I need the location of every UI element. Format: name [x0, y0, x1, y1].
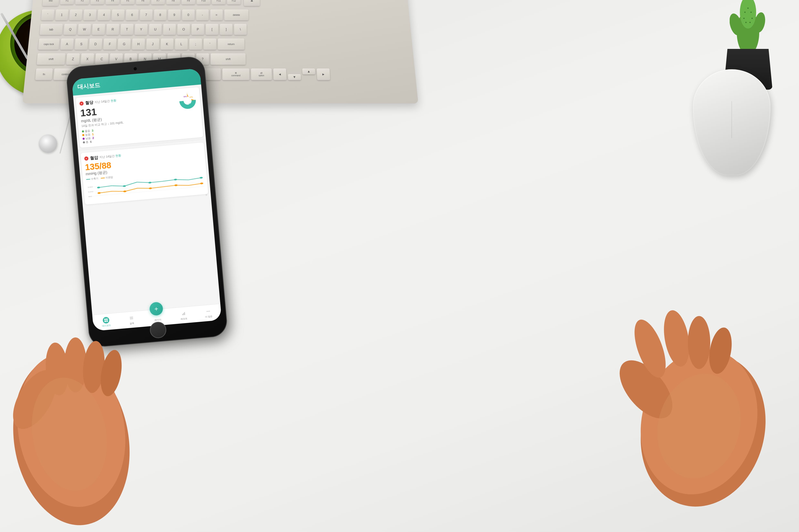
key-5[interactable]: 5	[112, 10, 125, 20]
key-k[interactable]: K	[161, 39, 174, 50]
key-r[interactable]: R	[106, 24, 119, 35]
key-g[interactable]: G	[117, 39, 131, 50]
key-s[interactable]: S	[74, 39, 88, 50]
dashboard-icon	[103, 317, 110, 324]
key-shift-left[interactable]: shift	[37, 53, 66, 65]
key-4[interactable]: 4	[97, 10, 110, 20]
key-f6[interactable]: F6	[136, 0, 150, 4]
key-f3[interactable]: F3	[90, 0, 105, 4]
key-backslash[interactable]: \	[234, 24, 247, 35]
svg-line-21	[88, 186, 204, 197]
bp-period: 지난 14일간	[99, 154, 115, 159]
key-a[interactable]: A	[60, 39, 74, 50]
nav-more[interactable]: 더 많은	[204, 308, 213, 319]
nav-dashboard-label: 대시보드	[102, 324, 111, 327]
systolic-label: 수축기	[91, 177, 98, 181]
key-6[interactable]: 6	[126, 10, 139, 20]
key-f9[interactable]: F9	[182, 0, 195, 4]
key-f[interactable]: F	[103, 39, 116, 50]
key-8[interactable]: 8	[154, 10, 167, 20]
key-option-right[interactable]: altoption	[251, 69, 272, 80]
key-1[interactable]: 1	[55, 10, 69, 20]
key-arrow-left[interactable]: ◄	[273, 69, 287, 80]
mouse	[693, 69, 770, 175]
blood-sugar-card[interactable]: ♥ 혈당 지난 14일간 현황 131 mg/dL (평균) 14일 전과 비교…	[76, 87, 203, 148]
key-command-right[interactable]: ⌘command	[222, 69, 250, 80]
bp-label: 혈압	[90, 155, 98, 161]
blood-sugar-icon: ♥	[79, 101, 84, 106]
key-minus[interactable]: -	[196, 10, 209, 20]
key-f10[interactable]: F10	[197, 0, 210, 4]
key-p[interactable]: P	[192, 24, 204, 35]
fab-add-icon: +	[154, 305, 158, 312]
key-quote[interactable]: '	[204, 39, 216, 50]
key-w[interactable]: W	[78, 24, 91, 35]
svg-point-34	[200, 182, 203, 184]
key-d[interactable]: D	[89, 39, 103, 50]
key-shift-right[interactable]: shift	[211, 53, 246, 65]
key-f2[interactable]: F2	[75, 0, 89, 4]
keyboard-num-row: ` 1 2 3 4 5 6 7 8 9 0 - = delete	[41, 10, 400, 20]
key-arrow-right[interactable]: ►	[316, 69, 330, 80]
mouse-divider	[731, 101, 732, 138]
key-bracket-open[interactable]: [	[206, 24, 218, 35]
key-u[interactable]: U	[149, 24, 162, 35]
svg-text:♥: ♥	[86, 157, 87, 160]
svg-point-25	[97, 186, 100, 188]
key-f11[interactable]: F11	[212, 0, 225, 4]
key-backtick[interactable]: `	[41, 10, 54, 20]
key-l[interactable]: L	[175, 39, 188, 50]
more-icon	[205, 308, 212, 315]
key-y[interactable]: Y	[134, 24, 148, 35]
nav-dashboard[interactable]: 대시보드	[102, 317, 111, 327]
key-power[interactable]: ⏏	[244, 0, 260, 6]
blood-pressure-card[interactable]: ♥ 혈압 지난 14일간 현황 135/88 mmHg (평균) 수축기	[80, 142, 208, 205]
key-arrow-up[interactable]: ▲	[302, 69, 315, 74]
key-z[interactable]: Z	[66, 53, 80, 65]
key-tab[interactable]: tab	[40, 24, 63, 35]
key-j[interactable]: J	[146, 39, 159, 50]
key-7[interactable]: 7	[140, 10, 152, 20]
key-c[interactable]: C	[95, 53, 109, 65]
range-low-dot	[83, 137, 85, 140]
key-x[interactable]: X	[80, 53, 94, 65]
key-delete[interactable]: delete	[224, 10, 249, 20]
key-0[interactable]: 0	[182, 10, 195, 20]
key-bracket-close[interactable]: ]	[220, 24, 233, 35]
report-icon	[180, 310, 187, 317]
key-arrow-down[interactable]: ▼	[288, 74, 301, 80]
earphone-left	[39, 134, 57, 153]
key-q[interactable]: Q	[63, 24, 77, 35]
key-equals[interactable]: =	[210, 10, 223, 20]
key-2[interactable]: 2	[69, 10, 83, 20]
key-e[interactable]: E	[92, 24, 105, 35]
nav-report[interactable]: 레포트	[180, 310, 188, 321]
keyboard-shift-row: shift Z X C V B N M , . ? shift	[37, 53, 404, 65]
key-esc[interactable]: esc	[42, 0, 59, 6]
key-f5[interactable]: F5	[121, 0, 134, 4]
key-3[interactable]: 3	[83, 10, 96, 20]
bp-chevron[interactable]: ›	[206, 192, 208, 197]
key-t[interactable]: T	[120, 24, 133, 35]
key-f8[interactable]: F8	[166, 0, 180, 4]
key-f7[interactable]: F7	[151, 0, 165, 4]
svg-point-6	[750, 12, 752, 13]
key-f1[interactable]: F1	[60, 0, 74, 4]
key-semicolon[interactable]: ;	[189, 39, 202, 50]
phone-container[interactable]: 대시보드 ♥ 혈당 지난 14일간	[66, 56, 228, 348]
key-f4[interactable]: F4	[106, 0, 120, 4]
key-9[interactable]: 9	[168, 10, 181, 20]
bp-legend-diastolic: 이완압	[101, 175, 113, 180]
key-o[interactable]: O	[177, 24, 190, 35]
nav-list[interactable]: 글목	[128, 315, 135, 325]
key-return[interactable]: return	[218, 39, 244, 50]
key-h[interactable]: H	[132, 39, 145, 50]
keyboard-fn-row: esc F1 F2 F3 F4 F5 F6 F7 F8 F9 F10 F11 F…	[42, 0, 398, 6]
svg-point-4	[747, 7, 749, 9]
svg-text:50%: 50%	[189, 103, 192, 105]
key-i[interactable]: I	[163, 24, 176, 35]
nav-report-label: 레포트	[181, 317, 188, 321]
svg-rect-41	[130, 319, 133, 319]
key-caps-lock[interactable]: caps lock	[38, 39, 59, 50]
key-f12[interactable]: F12	[227, 0, 241, 4]
